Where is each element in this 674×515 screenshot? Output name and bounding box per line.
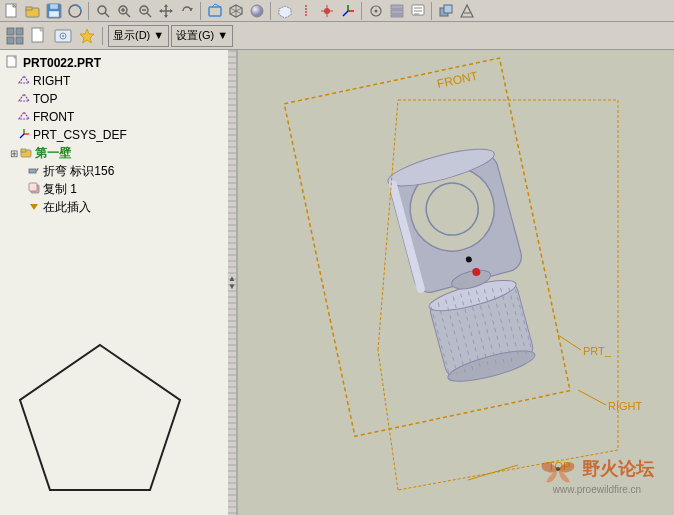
toolbar-icon-grid[interactable] [4, 25, 26, 47]
toolbar-icon-page[interactable] [28, 25, 50, 47]
separator-1 [88, 2, 90, 20]
svg-text:RIGHT: RIGHT [608, 400, 643, 412]
display-menu-btn[interactable]: 显示(D) ▼ [108, 25, 169, 47]
sketch-area [0, 287, 236, 516]
toolbar-icon-csys[interactable] [338, 1, 358, 21]
toolbar-icon-zoom-out[interactable] [135, 1, 155, 21]
tree-item-copy-label: 复制 1 [43, 181, 77, 198]
svg-marker-20 [170, 9, 173, 13]
main-area: PRT0022.PRT RIGHT TOP FRON [0, 50, 674, 515]
watermark-logo: 野火论坛 [540, 454, 654, 484]
svg-marker-18 [164, 15, 168, 18]
toolbar-icon-zoom-in[interactable] [114, 1, 134, 21]
separator-3 [270, 2, 272, 20]
tree-item-right-label: RIGHT [33, 74, 70, 88]
svg-marker-69 [20, 345, 180, 490]
tree-item-wall[interactable]: ⊞ 第一壁 [4, 144, 232, 162]
svg-line-11 [126, 13, 130, 17]
svg-marker-57 [80, 29, 94, 43]
toolbar-icon-point[interactable] [317, 1, 337, 21]
toolbar-icon-star[interactable] [76, 25, 98, 47]
separator-4 [361, 2, 363, 20]
tree-item-insert[interactable]: 在此插入 [4, 198, 232, 216]
toolbar-icon-extra1[interactable] [436, 1, 456, 21]
toolbar-icon-3d[interactable] [205, 1, 225, 21]
tree-item-top[interactable]: TOP [4, 90, 232, 108]
settings-label: 设置(G) ▼ [176, 28, 228, 43]
toolbar-icon-spin-center[interactable] [366, 1, 386, 21]
toolbar-icon-pan[interactable] [156, 1, 176, 21]
model-tree: PRT0022.PRT RIGHT TOP FRON [0, 50, 236, 287]
tree-item-bend-label: 折弯 标识156 [43, 163, 114, 180]
toolbar-icon-datum-plane[interactable] [275, 1, 295, 21]
svg-rect-50 [7, 37, 14, 44]
svg-rect-64 [21, 149, 26, 152]
right-viewport[interactable]: FRONT [238, 50, 674, 515]
svg-rect-3 [26, 7, 32, 10]
toolbar-icon-extra2[interactable] [457, 1, 477, 21]
svg-line-35 [343, 11, 348, 16]
svg-line-98 [578, 390, 606, 405]
logo-icon [540, 454, 576, 484]
svg-rect-65 [29, 169, 36, 173]
settings-menu-btn[interactable]: 设置(G) ▼ [171, 25, 233, 47]
watermark-main-text: 野火论坛 [582, 457, 654, 481]
svg-marker-21 [189, 8, 193, 11]
toolbar-top [0, 0, 674, 22]
left-panel: PRT0022.PRT RIGHT TOP FRON [0, 50, 238, 515]
svg-line-104 [378, 350, 398, 490]
svg-line-15 [147, 13, 151, 17]
toolbar-icon-isometric[interactable] [226, 1, 246, 21]
insert-icon [28, 200, 40, 214]
pentagon-sketch [10, 335, 190, 505]
tree-item-copy[interactable]: 复制 1 [4, 180, 232, 198]
toolbar-icon-save[interactable] [44, 1, 64, 21]
tree-item-wall-label: 第一壁 [35, 145, 71, 162]
toolbar-icon-annotation[interactable] [408, 1, 428, 21]
toolbar-row2: 显示(D) ▼ 设置(G) ▼ [0, 22, 674, 50]
plane-icon-front [18, 110, 30, 124]
toolbar-icon-shading[interactable] [247, 1, 267, 21]
toolbar-icon-rotate[interactable] [177, 1, 197, 21]
bend-icon [28, 164, 40, 178]
svg-line-62 [20, 134, 24, 138]
toolbar-icon-search[interactable] [93, 1, 113, 21]
tree-item-front[interactable]: FRONT [4, 108, 232, 126]
svg-line-100 [558, 335, 581, 350]
csys-icon [18, 128, 30, 142]
toolbar-icon-layers[interactable] [387, 1, 407, 21]
tree-root-label: PRT0022.PRT [23, 56, 101, 70]
toolbar-icon-repaint[interactable] [65, 1, 85, 21]
sep-r2-1 [102, 27, 104, 45]
watermark-url: www.proewildfire.cn [553, 484, 641, 495]
tree-item-right[interactable]: RIGHT [4, 72, 232, 90]
separator-2 [200, 2, 202, 20]
display-label: 显示(D) ▼ [113, 28, 164, 43]
svg-text:FRONT: FRONT [436, 69, 480, 91]
tree-item-csys[interactable]: PRT_CSYS_DEF [4, 126, 232, 144]
toolbar-icon-photo[interactable] [52, 25, 74, 47]
folder-icon-wall [20, 146, 32, 160]
toolbar-icon-open[interactable] [23, 1, 43, 21]
separator-5 [431, 2, 433, 20]
tree-item-bend[interactable]: 折弯 标识156 [4, 162, 232, 180]
toolbar-icon-axis[interactable] [296, 1, 316, 21]
splitter-arrow-down: ▼ [228, 283, 236, 291]
svg-rect-51 [16, 37, 23, 44]
svg-rect-40 [391, 15, 403, 17]
panel-splitter[interactable]: ▲ ▼ [228, 50, 236, 515]
svg-point-106 [556, 467, 560, 471]
watermark: 野火论坛 www.proewildfire.cn [540, 454, 654, 495]
svg-rect-39 [391, 10, 403, 14]
toolbar-icon-new[interactable] [2, 1, 22, 21]
tree-item-front-label: FRONT [33, 110, 74, 124]
tree-item-csys-label: PRT_CSYS_DEF [33, 128, 127, 142]
svg-rect-5 [50, 4, 58, 9]
svg-rect-49 [16, 28, 23, 35]
svg-text:PRT_: PRT_ [583, 345, 612, 357]
tree-root[interactable]: PRT0022.PRT [4, 54, 232, 72]
svg-point-56 [62, 35, 64, 37]
tree-item-top-label: TOP [33, 92, 57, 106]
svg-marker-17 [164, 4, 168, 7]
expand-icon-wall: ⊞ [10, 148, 18, 159]
